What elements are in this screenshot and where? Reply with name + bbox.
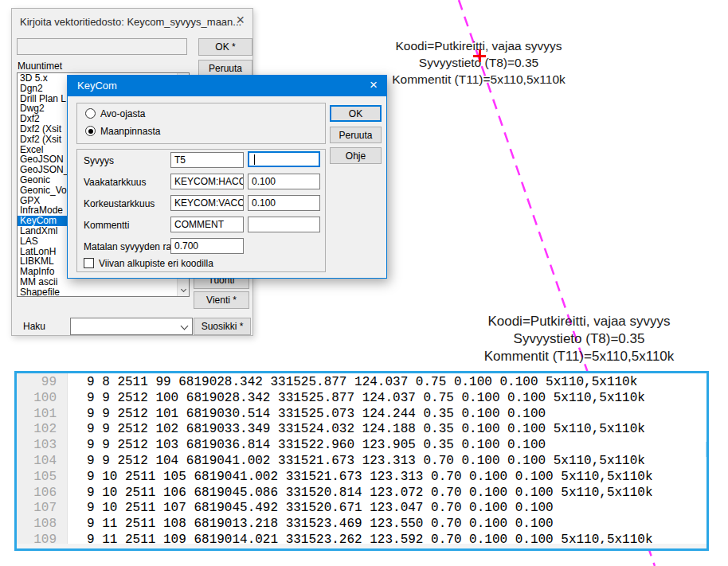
vertical-accuracy-value-field[interactable]: 0.100 [248, 195, 320, 211]
line-number: 108 [17, 517, 57, 533]
keycom-dialog: KeyCom × Avo-ojasta Maanpinnasta Syvyys … [67, 75, 387, 279]
data-row[interactable]: 107 9 10 2511 107 6819045.492 331520.671… [17, 501, 706, 517]
data-row[interactable]: 99 9 8 2511 99 6819028.342 331525.877 12… [17, 375, 706, 391]
line-start-different-code-checkbox[interactable] [84, 258, 94, 268]
line-number: 102 [17, 422, 57, 438]
line-text: 9 10 2511 106 6819045.086 331520.814 123… [87, 486, 653, 502]
keycom-data-listing[interactable]: 99 9 8 2511 99 6819028.342 331525.877 12… [14, 371, 709, 551]
horizontal-accuracy-value-field[interactable]: 0.100 [248, 174, 320, 189]
line-number: 105 [17, 470, 57, 486]
vertical-accuracy-code-field[interactable]: KEYCOM:VACC [170, 195, 244, 211]
converters-label: Muuntimet [18, 61, 62, 72]
line-number: 103 [17, 438, 57, 454]
data-row[interactable]: 103 9 9 2512 103 6819036.814 331522.960 … [17, 438, 706, 454]
radio-avo-ojasta-label[interactable]: Avo-ojasta [100, 108, 145, 119]
keycom-dialog-title: KeyCom [77, 80, 117, 92]
line-number: 99 [17, 375, 57, 391]
line-text: 9 10 2511 105 6819041.002 331521.673 123… [87, 470, 653, 486]
scrollbar-thumb[interactable] [706, 442, 709, 457]
screen: Koodi=Putkireitti, vajaa syvyysSyvyystie… [0, 0, 728, 566]
chevron-down-icon [181, 322, 189, 330]
comment-label: Kommentti [84, 220, 129, 231]
help-button[interactable]: Ohje [330, 147, 382, 164]
line-number: 101 [17, 407, 57, 423]
line-text: 9 9 2512 102 6819033.349 331524.032 124.… [87, 422, 645, 438]
vertical-accuracy-label: Korkeustarkkuus [84, 198, 155, 209]
line-text: 9 8 2511 99 6819028.342 331525.877 124.0… [87, 375, 637, 391]
map-annotation-upper: Koodi=Putkireitti, vajaa syvyysSyvyystie… [357, 37, 601, 88]
dialog-title: Kirjoita vektoritiedosto: Keycom_syvyys_… [20, 16, 241, 28]
horizontal-accuracy-label: Vaakatarkkuus [84, 177, 147, 188]
shallow-depth-limit-field[interactable]: 0.700 [170, 238, 244, 254]
keycom-titlebar[interactable]: KeyCom × [68, 76, 386, 96]
line-number: 100 [17, 391, 57, 407]
annotation-text-line: Koodi=Putkireitti, vajaa syvyys [452, 313, 706, 330]
radio-maanpinnasta[interactable] [85, 126, 96, 136]
annotation-text-line: Syvyystieto (T8)=0.35 [452, 330, 706, 348]
depth-value-field[interactable] [248, 151, 320, 167]
shallow-depth-limit-label: Matalan syvyyden raja [84, 241, 178, 252]
line-number: 107 [17, 501, 57, 517]
ok-button[interactable]: OK * [198, 38, 252, 56]
scroll-down-icon[interactable] [178, 284, 190, 296]
search-combobox[interactable] [70, 318, 193, 335]
data-row[interactable]: 100 9 9 2512 100 6819028.342 331525.877 … [17, 391, 706, 407]
data-row[interactable]: 101 9 9 2512 101 6819030.514 331525.073 … [17, 407, 706, 423]
data-row[interactable]: 102 9 9 2512 102 6819033.349 331524.032 … [17, 422, 706, 438]
line-text: 9 9 2512 104 6819041.002 331521.673 123.… [87, 454, 645, 470]
annotation-text-line: Kommentit (T11)=5x110,5x110k [452, 348, 706, 365]
comment-code-field[interactable]: COMMENT [170, 217, 244, 232]
radio-maanpinnasta-label[interactable]: Maanpinnasta [100, 126, 160, 137]
text-caret [254, 154, 255, 165]
line-text: 9 9 2512 101 6819030.514 331525.073 124.… [87, 407, 546, 423]
annotation-text-line: Kommentit (T11)=5x110,5x110k [357, 71, 601, 88]
filename-field[interactable] [17, 38, 187, 55]
line-text: 9 11 2511 108 6819013.218 331523.469 123… [87, 517, 554, 533]
data-row[interactable]: 108 9 11 2511 108 6819013.218 331523.469… [17, 517, 706, 533]
data-row[interactable]: 105 9 10 2511 105 6819041.002 331521.673… [17, 470, 706, 486]
survey-point-cross-icon [473, 49, 486, 62]
cross-vertical-bar [479, 49, 481, 62]
data-rows: 99 9 8 2511 99 6819028.342 331525.877 12… [17, 375, 706, 548]
favorites-button[interactable]: Suosikki * [194, 318, 251, 335]
close-icon[interactable]: × [370, 77, 378, 93]
line-start-different-code-label[interactable]: Viivan alkupiste eri koodilla [99, 258, 213, 269]
close-icon[interactable]: × [236, 12, 245, 29]
cancel-button[interactable]: Peruuta [330, 127, 382, 143]
data-row[interactable]: 104 9 9 2512 104 6819041.002 331521.673 … [17, 454, 706, 470]
comment-value-field[interactable] [248, 217, 320, 232]
converter-list-item[interactable]: Shapefile [18, 287, 189, 297]
line-text: 9 9 2512 103 6819036.814 331522.960 123.… [87, 438, 546, 454]
line-text: 9 9 2512 100 6819028.342 331525.877 124.… [87, 391, 645, 407]
line-number: 104 [17, 454, 57, 470]
line-text: 9 10 2511 107 6819045.492 331520.671 123… [87, 501, 554, 517]
horizontal-accuracy-code-field[interactable]: KEYCOM:HACC [170, 174, 244, 189]
export-button[interactable]: Vienti * [194, 291, 249, 309]
depth-code-field[interactable]: T5 [170, 152, 244, 168]
depth-label: Syvyys [84, 155, 114, 166]
horizontal-scroll-strip [17, 544, 706, 548]
converter-name: Shapefile [20, 287, 60, 297]
map-annotation-lower: Koodi=Putkireitti, vajaa syvyysSyvyystie… [452, 313, 706, 365]
line-number: 106 [17, 486, 57, 502]
data-row[interactable]: 106 9 10 2511 106 6819045.086 331520.814… [17, 486, 706, 502]
ok-button[interactable]: OK [330, 105, 382, 122]
radio-avo-ojasta[interactable] [85, 108, 96, 119]
search-label: Haku [23, 321, 45, 332]
